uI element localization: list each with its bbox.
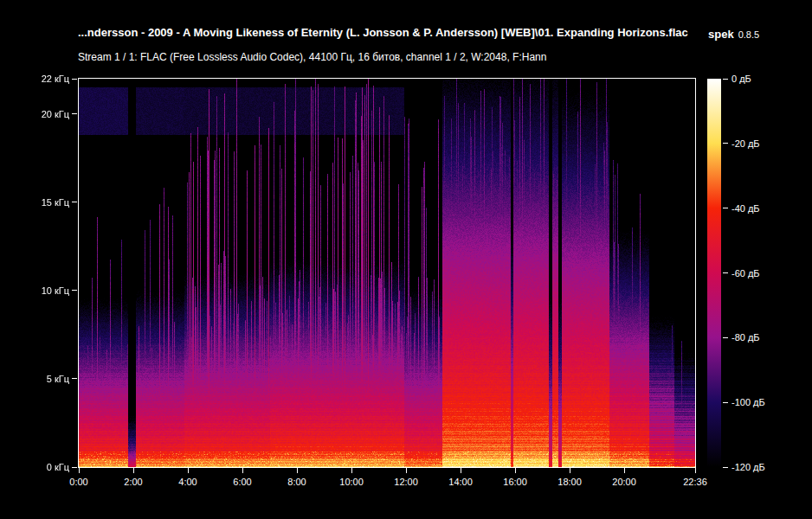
- app-version-label: 0.8.5: [738, 29, 759, 40]
- freq-tick: [72, 467, 77, 468]
- freq-tick: [72, 79, 77, 80]
- time-tick: [570, 468, 570, 473]
- window-title: ...ndersson - 2009 - A Moving Likeness o…: [78, 26, 688, 39]
- freq-tick: [72, 202, 77, 202]
- db-tick-label: -120 дБ: [731, 461, 765, 473]
- time-tick: [695, 468, 696, 473]
- time-tick-label: 8:00: [271, 476, 323, 488]
- db-tick-label: -80 дБ: [731, 331, 760, 343]
- app-brand: spek0.8.5: [708, 26, 759, 42]
- app-name-label: spek: [708, 28, 734, 41]
- time-tick: [79, 468, 80, 473]
- time-tick: [297, 468, 298, 473]
- stream-info: Stream 1 / 1: FLAC (Free Lossless Audio …: [78, 51, 546, 63]
- time-tick-label: 2:00: [107, 476, 159, 488]
- spek-window: { "header": { "title": "...ndersson - 20…: [0, 0, 812, 519]
- time-tick: [515, 468, 516, 473]
- time-tick-label: 0:00: [53, 476, 105, 488]
- spectrogram-plot: [78, 78, 696, 468]
- db-tick: [723, 143, 728, 144]
- db-tick: [723, 402, 728, 403]
- db-tick-label: -100 дБ: [731, 396, 765, 408]
- db-tick: [723, 467, 728, 468]
- spectrogram-canvas: [79, 79, 695, 467]
- freq-tick-label: 0 кГц: [2, 461, 69, 473]
- time-tick: [624, 468, 625, 473]
- time-tick-label: 6:00: [216, 476, 268, 488]
- db-tick: [723, 272, 728, 273]
- freq-tick-label: 20 кГц: [2, 108, 69, 120]
- freq-tick-label: 5 кГц: [2, 373, 69, 385]
- freq-tick: [72, 378, 77, 379]
- time-tick: [133, 468, 134, 473]
- db-tick-label: -40 дБ: [731, 202, 760, 215]
- db-tick: [723, 208, 728, 208]
- freq-tick: [72, 290, 77, 291]
- time-tick-label: 12:00: [380, 476, 432, 488]
- db-colorbar: [707, 79, 721, 467]
- time-tick-label: 22:36: [669, 476, 721, 488]
- db-tick-label: -20 дБ: [731, 138, 760, 150]
- time-tick: [351, 468, 352, 473]
- time-tick: [188, 468, 189, 473]
- db-tick-label: -60 дБ: [731, 267, 760, 279]
- time-tick-label: 10:00: [325, 476, 377, 488]
- db-tick-label: 0 дБ: [731, 73, 751, 85]
- time-tick-label: 18:00: [544, 476, 596, 488]
- time-tick: [406, 468, 407, 473]
- time-tick: [242, 468, 243, 473]
- time-tick: [461, 468, 461, 473]
- time-tick-label: 20:00: [598, 476, 650, 488]
- time-tick-label: 16:00: [489, 476, 541, 488]
- db-tick: [723, 337, 728, 338]
- db-tick: [723, 79, 728, 80]
- time-tick-label: 4:00: [162, 476, 214, 488]
- freq-tick-label: 15 кГц: [2, 196, 69, 208]
- freq-tick: [72, 113, 77, 114]
- time-tick-label: 14:00: [435, 476, 487, 488]
- freq-tick-label: 10 кГц: [2, 285, 69, 297]
- freq-tick-label: 22 кГц: [2, 73, 69, 85]
